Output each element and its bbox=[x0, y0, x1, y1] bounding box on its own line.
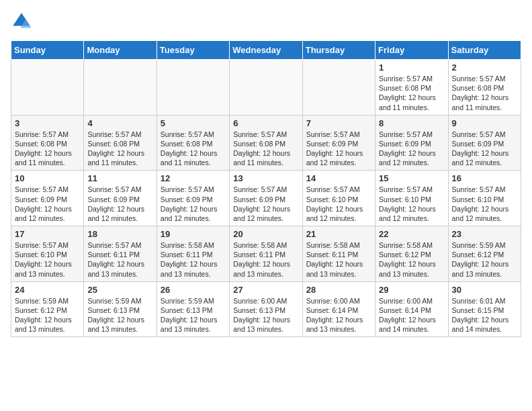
day-number: 8 bbox=[379, 118, 444, 128]
day-info: Sunrise: 5:57 AM Sunset: 6:09 PM Dayligh… bbox=[161, 185, 226, 223]
day-info: Sunrise: 5:58 AM Sunset: 6:11 PM Dayligh… bbox=[306, 240, 371, 279]
weekday-header-tuesday: Tuesday bbox=[157, 41, 229, 60]
day-info: Sunrise: 6:00 AM Sunset: 6:13 PM Dayligh… bbox=[233, 296, 298, 334]
day-number: 16 bbox=[452, 173, 517, 183]
calendar-cell: 21Sunrise: 5:58 AM Sunset: 6:11 PM Dayli… bbox=[302, 226, 375, 282]
calendar-cell bbox=[157, 60, 229, 116]
calendar-cell bbox=[11, 60, 84, 116]
day-number: 23 bbox=[452, 229, 517, 239]
day-info: Sunrise: 5:57 AM Sunset: 6:08 PM Dayligh… bbox=[233, 130, 298, 168]
day-info: Sunrise: 5:57 AM Sunset: 6:09 PM Dayligh… bbox=[306, 130, 371, 168]
calendar-cell: 23Sunrise: 5:59 AM Sunset: 6:12 PM Dayli… bbox=[448, 226, 521, 282]
day-number: 28 bbox=[306, 285, 371, 295]
calendar-cell: 10Sunrise: 5:57 AM Sunset: 6:09 PM Dayli… bbox=[11, 171, 84, 226]
day-info: Sunrise: 6:01 AM Sunset: 6:15 PM Dayligh… bbox=[452, 296, 517, 334]
day-number: 20 bbox=[233, 229, 298, 239]
weekday-header-thursday: Thursday bbox=[302, 41, 375, 60]
calendar-cell: 8Sunrise: 5:57 AM Sunset: 6:09 PM Daylig… bbox=[375, 115, 448, 171]
calendar-cell: 3Sunrise: 5:57 AM Sunset: 6:08 PM Daylig… bbox=[11, 115, 84, 171]
day-number: 30 bbox=[452, 285, 517, 295]
day-number: 17 bbox=[15, 229, 80, 239]
day-number: 2 bbox=[452, 62, 517, 73]
weekday-header-sunday: Sunday bbox=[11, 41, 84, 60]
day-number: 6 bbox=[233, 118, 298, 128]
day-number: 29 bbox=[379, 285, 444, 295]
day-info: Sunrise: 5:57 AM Sunset: 6:08 PM Dayligh… bbox=[161, 130, 226, 168]
day-info: Sunrise: 6:00 AM Sunset: 6:14 PM Dayligh… bbox=[306, 296, 371, 334]
calendar-cell: 19Sunrise: 5:58 AM Sunset: 6:11 PM Dayli… bbox=[157, 226, 229, 282]
calendar-cell: 27Sunrise: 6:00 AM Sunset: 6:13 PM Dayli… bbox=[230, 281, 302, 337]
day-number: 21 bbox=[306, 229, 371, 239]
day-info: Sunrise: 5:57 AM Sunset: 6:09 PM Dayligh… bbox=[452, 130, 517, 168]
calendar-cell: 15Sunrise: 5:57 AM Sunset: 6:10 PM Dayli… bbox=[375, 171, 448, 226]
day-info: Sunrise: 5:57 AM Sunset: 6:08 PM Dayligh… bbox=[452, 74, 517, 112]
calendar-cell: 30Sunrise: 6:01 AM Sunset: 6:15 PM Dayli… bbox=[448, 281, 521, 337]
calendar-cell: 2Sunrise: 5:57 AM Sunset: 6:08 PM Daylig… bbox=[448, 60, 521, 116]
day-info: Sunrise: 5:57 AM Sunset: 6:10 PM Dayligh… bbox=[306, 185, 371, 223]
calendar-cell: 18Sunrise: 5:57 AM Sunset: 6:11 PM Dayli… bbox=[84, 226, 157, 282]
logo-icon bbox=[11, 11, 32, 32]
day-info: Sunrise: 6:00 AM Sunset: 6:14 PM Dayligh… bbox=[379, 296, 444, 334]
day-number: 1 bbox=[379, 62, 444, 73]
day-number: 25 bbox=[87, 285, 152, 295]
page-header bbox=[11, 11, 521, 32]
day-number: 11 bbox=[87, 173, 152, 183]
day-number: 7 bbox=[306, 118, 371, 128]
logo bbox=[11, 11, 35, 32]
day-number: 14 bbox=[306, 173, 371, 183]
calendar-cell: 6Sunrise: 5:57 AM Sunset: 6:08 PM Daylig… bbox=[230, 115, 302, 171]
day-number: 15 bbox=[379, 173, 444, 183]
calendar-cell: 1Sunrise: 5:57 AM Sunset: 6:08 PM Daylig… bbox=[375, 60, 448, 116]
weekday-header-saturday: Saturday bbox=[448, 41, 521, 60]
day-info: Sunrise: 5:57 AM Sunset: 6:11 PM Dayligh… bbox=[87, 240, 152, 279]
calendar-cell: 14Sunrise: 5:57 AM Sunset: 6:10 PM Dayli… bbox=[302, 171, 375, 226]
calendar-cell: 24Sunrise: 5:59 AM Sunset: 6:12 PM Dayli… bbox=[11, 281, 84, 337]
day-number: 19 bbox=[161, 229, 226, 239]
day-info: Sunrise: 5:57 AM Sunset: 6:09 PM Dayligh… bbox=[87, 185, 152, 223]
day-number: 9 bbox=[452, 118, 517, 128]
day-number: 27 bbox=[233, 285, 298, 295]
day-info: Sunrise: 5:57 AM Sunset: 6:10 PM Dayligh… bbox=[15, 240, 80, 279]
day-info: Sunrise: 5:57 AM Sunset: 6:09 PM Dayligh… bbox=[15, 185, 80, 223]
calendar-cell: 29Sunrise: 6:00 AM Sunset: 6:14 PM Dayli… bbox=[375, 281, 448, 337]
calendar-cell: 5Sunrise: 5:57 AM Sunset: 6:08 PM Daylig… bbox=[157, 115, 229, 171]
weekday-header-friday: Friday bbox=[375, 41, 448, 60]
day-info: Sunrise: 5:57 AM Sunset: 6:09 PM Dayligh… bbox=[379, 130, 444, 168]
day-number: 12 bbox=[161, 173, 226, 183]
calendar-cell: 16Sunrise: 5:57 AM Sunset: 6:10 PM Dayli… bbox=[448, 171, 521, 226]
day-info: Sunrise: 5:57 AM Sunset: 6:09 PM Dayligh… bbox=[233, 185, 298, 223]
calendar-cell: 28Sunrise: 6:00 AM Sunset: 6:14 PM Dayli… bbox=[302, 281, 375, 337]
day-number: 18 bbox=[87, 229, 152, 239]
calendar-cell: 25Sunrise: 5:59 AM Sunset: 6:13 PM Dayli… bbox=[84, 281, 157, 337]
calendar-cell bbox=[84, 60, 157, 116]
day-info: Sunrise: 5:58 AM Sunset: 6:12 PM Dayligh… bbox=[379, 240, 444, 279]
day-info: Sunrise: 5:59 AM Sunset: 6:13 PM Dayligh… bbox=[87, 296, 152, 334]
day-info: Sunrise: 5:59 AM Sunset: 6:12 PM Dayligh… bbox=[15, 296, 80, 334]
calendar-cell: 12Sunrise: 5:57 AM Sunset: 6:09 PM Dayli… bbox=[157, 171, 229, 226]
day-info: Sunrise: 5:58 AM Sunset: 6:11 PM Dayligh… bbox=[161, 240, 226, 279]
calendar-table: SundayMondayTuesdayWednesdayThursdayFrid… bbox=[11, 40, 521, 337]
calendar-cell: 9Sunrise: 5:57 AM Sunset: 6:09 PM Daylig… bbox=[448, 115, 521, 171]
weekday-header-wednesday: Wednesday bbox=[230, 41, 302, 60]
calendar-cell: 26Sunrise: 5:59 AM Sunset: 6:13 PM Dayli… bbox=[157, 281, 229, 337]
day-number: 24 bbox=[15, 285, 80, 295]
day-info: Sunrise: 5:57 AM Sunset: 6:08 PM Dayligh… bbox=[15, 130, 80, 168]
calendar-cell: 17Sunrise: 5:57 AM Sunset: 6:10 PM Dayli… bbox=[11, 226, 84, 282]
day-number: 26 bbox=[161, 285, 226, 295]
calendar-cell bbox=[302, 60, 375, 116]
day-number: 10 bbox=[15, 173, 80, 183]
day-number: 22 bbox=[379, 229, 444, 239]
weekday-header-monday: Monday bbox=[84, 41, 157, 60]
day-info: Sunrise: 5:57 AM Sunset: 6:08 PM Dayligh… bbox=[379, 74, 444, 112]
day-info: Sunrise: 5:58 AM Sunset: 6:11 PM Dayligh… bbox=[233, 240, 298, 279]
day-info: Sunrise: 5:59 AM Sunset: 6:13 PM Dayligh… bbox=[161, 296, 226, 334]
day-info: Sunrise: 5:57 AM Sunset: 6:10 PM Dayligh… bbox=[452, 185, 517, 223]
day-number: 13 bbox=[233, 173, 298, 183]
calendar-cell: 4Sunrise: 5:57 AM Sunset: 6:08 PM Daylig… bbox=[84, 115, 157, 171]
calendar-cell: 22Sunrise: 5:58 AM Sunset: 6:12 PM Dayli… bbox=[375, 226, 448, 282]
day-info: Sunrise: 5:57 AM Sunset: 6:10 PM Dayligh… bbox=[379, 185, 444, 223]
calendar-cell: 7Sunrise: 5:57 AM Sunset: 6:09 PM Daylig… bbox=[302, 115, 375, 171]
day-info: Sunrise: 5:57 AM Sunset: 6:08 PM Dayligh… bbox=[87, 130, 152, 168]
day-number: 3 bbox=[15, 118, 80, 128]
calendar-cell: 20Sunrise: 5:58 AM Sunset: 6:11 PM Dayli… bbox=[230, 226, 302, 282]
